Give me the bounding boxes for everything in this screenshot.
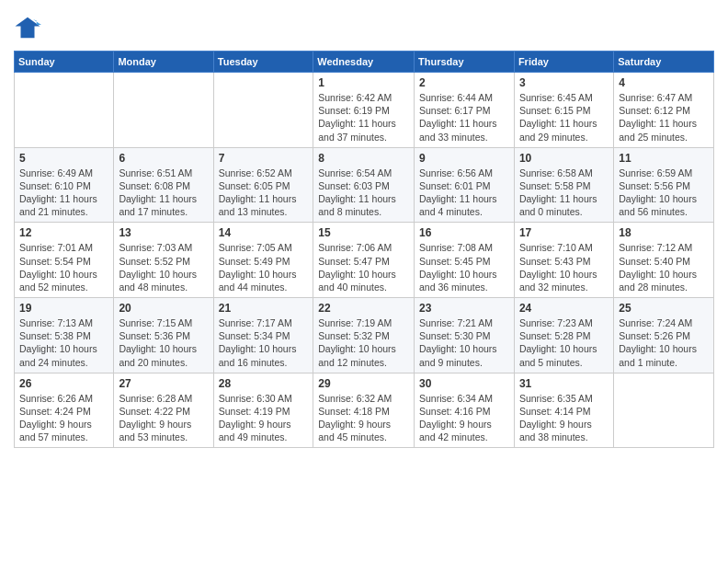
- day-info: Sunrise: 6:26 AMSunset: 4:24 PMDaylight:…: [19, 392, 108, 444]
- calendar-week-row: 19Sunrise: 7:13 AMSunset: 5:38 PMDayligh…: [15, 298, 714, 373]
- day-info: Sunrise: 6:42 AMSunset: 6:19 PMDaylight:…: [318, 91, 409, 144]
- calendar-cell: 13Sunrise: 7:03 AMSunset: 5:52 PMDayligh…: [114, 223, 213, 298]
- day-info: Sunrise: 6:44 AMSunset: 6:17 PMDaylight:…: [419, 91, 509, 144]
- day-info: Sunrise: 6:56 AMSunset: 6:01 PMDaylight:…: [419, 167, 509, 219]
- calendar-cell: [114, 73, 213, 148]
- day-info: Sunrise: 6:32 AMSunset: 4:18 PMDaylight:…: [318, 392, 409, 444]
- calendar-week-row: 1Sunrise: 6:42 AMSunset: 6:19 PMDaylight…: [15, 73, 714, 148]
- day-info: Sunrise: 7:13 AMSunset: 5:38 PMDaylight:…: [19, 316, 108, 369]
- calendar-cell: [614, 373, 714, 448]
- calendar-cell: 21Sunrise: 7:17 AMSunset: 5:34 PMDayligh…: [213, 298, 313, 373]
- calendar-cell: 12Sunrise: 7:01 AMSunset: 5:54 PMDayligh…: [15, 223, 114, 298]
- calendar-cell: 2Sunrise: 6:44 AMSunset: 6:17 PMDaylight…: [414, 73, 514, 148]
- calendar-cell: 5Sunrise: 6:49 AMSunset: 6:10 PMDaylight…: [15, 147, 114, 223]
- day-info: Sunrise: 7:15 AMSunset: 5:36 PMDaylight:…: [119, 316, 208, 369]
- day-info: Sunrise: 7:05 AMSunset: 5:49 PMDaylight:…: [219, 241, 308, 293]
- day-number: 12: [19, 226, 108, 239]
- day-number: 29: [318, 377, 409, 390]
- day-number: 13: [119, 226, 208, 239]
- day-number: 4: [619, 76, 709, 89]
- day-number: 8: [318, 152, 409, 165]
- calendar-header-row: SundayMondayTuesdayWednesdayThursdayFrid…: [15, 52, 714, 73]
- day-number: 31: [519, 377, 609, 390]
- day-info: Sunrise: 7:24 AMSunset: 5:26 PMDaylight:…: [619, 316, 709, 369]
- day-number: 5: [19, 152, 108, 165]
- day-info: Sunrise: 6:45 AMSunset: 6:15 PMDaylight:…: [519, 91, 609, 144]
- day-info: Sunrise: 7:21 AMSunset: 5:30 PMDaylight:…: [419, 316, 509, 369]
- calendar-week-row: 26Sunrise: 6:26 AMSunset: 4:24 PMDayligh…: [15, 373, 714, 448]
- day-number: 9: [419, 152, 509, 165]
- calendar-cell: 30Sunrise: 6:34 AMSunset: 4:16 PMDayligh…: [414, 373, 514, 448]
- day-info: Sunrise: 6:54 AMSunset: 6:03 PMDaylight:…: [318, 167, 409, 219]
- calendar-cell: 16Sunrise: 7:08 AMSunset: 5:45 PMDayligh…: [414, 223, 514, 298]
- day-info: Sunrise: 7:01 AMSunset: 5:54 PMDaylight:…: [19, 241, 108, 293]
- calendar-week-row: 12Sunrise: 7:01 AMSunset: 5:54 PMDayligh…: [15, 223, 714, 298]
- day-number: 19: [19, 302, 108, 315]
- day-info: Sunrise: 6:59 AMSunset: 5:56 PMDaylight:…: [619, 167, 709, 219]
- calendar-cell: 7Sunrise: 6:52 AMSunset: 6:05 PMDaylight…: [213, 147, 313, 223]
- day-number: 28: [219, 377, 308, 390]
- calendar-cell: 20Sunrise: 7:15 AMSunset: 5:36 PMDayligh…: [114, 298, 213, 373]
- day-info: Sunrise: 6:58 AMSunset: 5:58 PMDaylight:…: [519, 167, 609, 219]
- day-info: Sunrise: 7:12 AMSunset: 5:40 PMDaylight:…: [619, 241, 709, 293]
- calendar-cell: 19Sunrise: 7:13 AMSunset: 5:38 PMDayligh…: [15, 298, 114, 373]
- day-info: Sunrise: 6:52 AMSunset: 6:05 PMDaylight:…: [219, 167, 308, 219]
- day-number: 20: [119, 302, 208, 315]
- calendar-cell: 6Sunrise: 6:51 AMSunset: 6:08 PMDaylight…: [114, 147, 213, 223]
- calendar-cell: 23Sunrise: 7:21 AMSunset: 5:30 PMDayligh…: [414, 298, 514, 373]
- day-info: Sunrise: 6:49 AMSunset: 6:10 PMDaylight:…: [19, 167, 108, 219]
- day-info: Sunrise: 7:19 AMSunset: 5:32 PMDaylight:…: [318, 316, 409, 369]
- calendar-cell: 11Sunrise: 6:59 AMSunset: 5:56 PMDayligh…: [614, 147, 714, 223]
- day-info: Sunrise: 6:28 AMSunset: 4:22 PMDaylight:…: [119, 392, 208, 444]
- day-number: 15: [318, 226, 409, 239]
- day-info: Sunrise: 6:47 AMSunset: 6:12 PMDaylight:…: [619, 91, 709, 144]
- calendar-table: SundayMondayTuesdayWednesdayThursdayFrid…: [14, 51, 714, 448]
- calendar-cell: 8Sunrise: 6:54 AMSunset: 6:03 PMDaylight…: [313, 147, 415, 223]
- calendar-cell: 18Sunrise: 7:12 AMSunset: 5:40 PMDayligh…: [614, 223, 714, 298]
- day-info: Sunrise: 7:08 AMSunset: 5:45 PMDaylight:…: [419, 241, 509, 293]
- calendar-cell: 17Sunrise: 7:10 AMSunset: 5:43 PMDayligh…: [514, 223, 613, 298]
- day-number: 30: [419, 377, 509, 390]
- calendar-cell: 9Sunrise: 6:56 AMSunset: 6:01 PMDaylight…: [414, 147, 514, 223]
- logo: [14, 14, 45, 41]
- day-number: 23: [419, 302, 509, 315]
- day-number: 6: [119, 152, 208, 165]
- logo-icon: [14, 14, 41, 41]
- day-header-friday: Friday: [514, 52, 613, 73]
- day-number: 27: [119, 377, 208, 390]
- day-number: 14: [219, 226, 308, 239]
- day-info: Sunrise: 7:03 AMSunset: 5:52 PMDaylight:…: [119, 241, 208, 293]
- calendar-cell: 22Sunrise: 7:19 AMSunset: 5:32 PMDayligh…: [313, 298, 415, 373]
- day-info: Sunrise: 7:06 AMSunset: 5:47 PMDaylight:…: [318, 241, 409, 293]
- calendar-cell: 26Sunrise: 6:26 AMSunset: 4:24 PMDayligh…: [15, 373, 114, 448]
- day-info: Sunrise: 6:51 AMSunset: 6:08 PMDaylight:…: [119, 167, 208, 219]
- day-number: 10: [519, 152, 609, 165]
- day-number: 3: [519, 76, 609, 89]
- day-number: 1: [318, 76, 409, 89]
- calendar-cell: 25Sunrise: 7:24 AMSunset: 5:26 PMDayligh…: [614, 298, 714, 373]
- day-header-monday: Monday: [114, 52, 213, 73]
- calendar-cell: 15Sunrise: 7:06 AMSunset: 5:47 PMDayligh…: [313, 223, 415, 298]
- day-number: 26: [19, 377, 108, 390]
- calendar-week-row: 5Sunrise: 6:49 AMSunset: 6:10 PMDaylight…: [15, 147, 714, 223]
- calendar-cell: 4Sunrise: 6:47 AMSunset: 6:12 PMDaylight…: [614, 73, 714, 148]
- day-header-saturday: Saturday: [614, 52, 714, 73]
- day-number: 25: [619, 302, 709, 315]
- day-number: 16: [419, 226, 509, 239]
- day-info: Sunrise: 6:34 AMSunset: 4:16 PMDaylight:…: [419, 392, 509, 444]
- day-number: 21: [219, 302, 308, 315]
- day-info: Sunrise: 7:10 AMSunset: 5:43 PMDaylight:…: [519, 241, 609, 293]
- day-number: 11: [619, 152, 709, 165]
- calendar-cell: 3Sunrise: 6:45 AMSunset: 6:15 PMDaylight…: [514, 73, 613, 148]
- day-info: Sunrise: 7:23 AMSunset: 5:28 PMDaylight:…: [519, 316, 609, 369]
- day-info: Sunrise: 6:30 AMSunset: 4:19 PMDaylight:…: [219, 392, 308, 444]
- calendar-cell: 10Sunrise: 6:58 AMSunset: 5:58 PMDayligh…: [514, 147, 613, 223]
- calendar-cell: 14Sunrise: 7:05 AMSunset: 5:49 PMDayligh…: [213, 223, 313, 298]
- day-info: Sunrise: 7:17 AMSunset: 5:34 PMDaylight:…: [219, 316, 308, 369]
- calendar-cell: 24Sunrise: 7:23 AMSunset: 5:28 PMDayligh…: [514, 298, 613, 373]
- day-number: 7: [219, 152, 308, 165]
- day-header-thursday: Thursday: [414, 52, 514, 73]
- day-number: 24: [519, 302, 609, 315]
- day-number: 2: [419, 76, 509, 89]
- day-number: 17: [519, 226, 609, 239]
